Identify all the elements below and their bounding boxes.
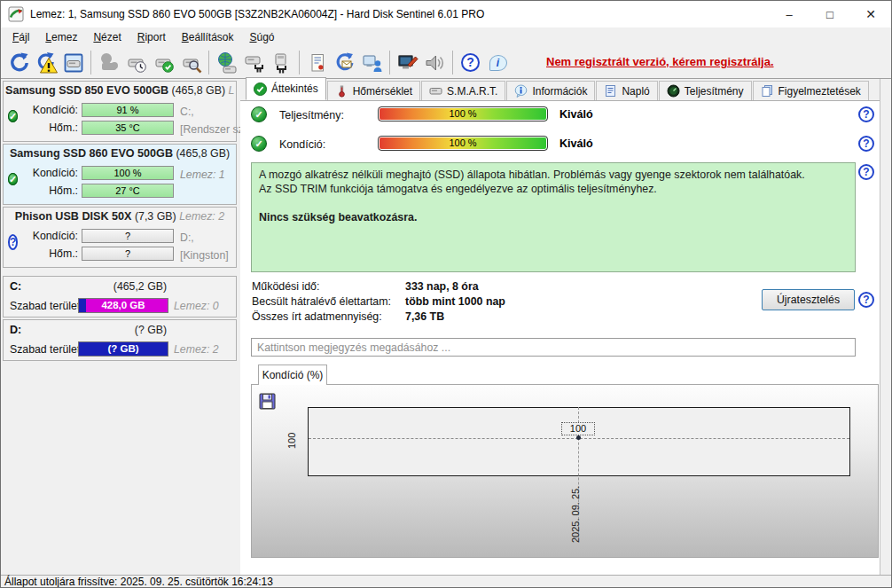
condition-label: Kondíció: <box>27 103 78 116</box>
disk-icon <box>429 84 442 98</box>
disk-extra: [Kingston] <box>180 249 229 262</box>
tab-warnings[interactable]: Figyelmeztetések <box>753 81 869 100</box>
condition-meter: ? <box>82 229 174 243</box>
toolbar-separator <box>452 51 453 74</box>
data-point <box>576 435 581 440</box>
window-title: Lemez: 1, Samsung SSD 860 EVO 500GB [S3Z… <box>30 8 484 20</box>
tab-smart[interactable]: S.M.A.R.T. <box>421 81 505 100</box>
maximize-button[interactable]: □ <box>810 1 850 27</box>
temperature-meter: ? <box>82 247 174 261</box>
partition-item-c[interactable]: C: (465,2 GB) Szabad terület 428,0 GB Le… <box>3 276 237 318</box>
pages-icon <box>761 84 774 98</box>
network-disk-icon[interactable] <box>213 50 240 76</box>
disk-item-0[interactable]: Samsung SSD 850 EVO 500GB (465,8 GB) Le … <box>3 81 237 142</box>
disk-number: Lemez: 1 <box>180 169 225 181</box>
menu-settings[interactable]: Beállítások <box>174 28 242 46</box>
condition-meter: 100 % <box>82 166 174 180</box>
disk-test-ok-icon[interactable] <box>150 50 177 76</box>
help-icon[interactable]: ? <box>858 106 874 122</box>
status-action-line: Nincs szükség beavatkozásra. <box>259 210 848 224</box>
refresh-alert-icon[interactable] <box>32 50 59 76</box>
registration-link[interactable]: Nem regisztrált verzió, kérem regisztrál… <box>546 55 774 68</box>
toolbar-separator <box>208 51 209 74</box>
minimize-button[interactable]: – <box>769 1 810 27</box>
free-space-bar: 428,0 GB <box>78 298 168 313</box>
document-icon <box>604 84 617 98</box>
status-unknown-icon: ? <box>8 233 18 249</box>
gauge-icon <box>667 84 680 98</box>
disk-connect-icon[interactable] <box>240 50 268 76</box>
disk-item-2[interactable]: Phison USB DISK 50X (7,3 GB) Lemez: 2 ? … <box>3 207 237 268</box>
report-icon[interactable] <box>303 50 331 76</box>
partition-letter: D: <box>10 324 21 336</box>
tab-temperature[interactable]: Hőmérséklet <box>327 81 420 100</box>
tab-overview[interactable]: Áttekintés <box>246 77 326 100</box>
disk-item-1-selected[interactable]: Samsung SSD 860 EVO 500GB (465,8 GB) ✓ K… <box>3 144 237 205</box>
send-report-icon[interactable] <box>331 50 358 76</box>
disk-usb-icon[interactable] <box>268 50 295 76</box>
condition-ok-icon: ✓ <box>251 136 267 152</box>
y-axis-tick: 100 <box>286 426 297 449</box>
free-space-label: Szabad terület <box>10 300 80 312</box>
condition-gauge: 100 % <box>378 136 548 151</box>
chart-plot-area <box>308 407 850 476</box>
drive-letters: D:, <box>180 231 194 244</box>
menu-file[interactable]: Fájl <box>4 28 37 46</box>
partition-item-d[interactable]: D: (? GB) Szabad terület (? GB) Lemez: 2 <box>3 319 237 361</box>
window-controls: – □ ✕ <box>769 1 891 27</box>
thermometer-icon <box>335 84 348 98</box>
temperature-meter: 27 °C <box>82 184 174 198</box>
condition-label: Kondíció: <box>27 166 78 179</box>
info-icon[interactable]: i <box>484 50 512 76</box>
partition-letter: C: <box>10 280 21 293</box>
tab-information[interactable]: Információk <box>506 81 595 100</box>
menu-bar: Fájl Lemez Nézet Riport Beállítások Súgó <box>1 27 891 47</box>
close-button[interactable]: ✕ <box>850 1 891 27</box>
chart-tab-condition[interactable]: Kondíció (%) <box>258 365 327 385</box>
disk-window-icon[interactable] <box>59 50 87 76</box>
remote-monitor-icon[interactable] <box>358 50 386 76</box>
refresh-icon[interactable] <box>4 50 32 76</box>
temperature-label: Hőm.: <box>27 247 78 260</box>
disk-title: Phison USB DISK 50X (7,3 GB) Lemez: 2 <box>5 210 234 223</box>
status-bar: Állapot utoljára frissítve: 2025. 09. 25… <box>1 575 891 588</box>
app-logo-icon <box>8 6 24 22</box>
save-chart-icon[interactable] <box>257 391 277 411</box>
help-icon[interactable]: ? <box>858 292 874 308</box>
hard-disk-sentinel-window: Lemez: 1, Samsung SSD 860 EVO 500GB [S3Z… <box>0 0 892 588</box>
temperature-meter: 35 °C <box>82 121 174 135</box>
monitor-config-icon[interactable] <box>394 50 421 76</box>
menu-report[interactable]: Riport <box>129 28 174 46</box>
tab-performance[interactable]: Teljesítmény <box>659 81 752 100</box>
condition-history-chart: 100 100 2025. 09. 25. <box>251 384 879 558</box>
disk-search-icon[interactable] <box>177 50 205 76</box>
partition-disk-number: Lemez: 0 <box>174 300 219 312</box>
stat-row: Becsült hátralévő élettartam:több mint 1… <box>252 295 505 308</box>
toolbar: ? i Nem regisztrált verzió, kérem regisz… <box>1 47 891 79</box>
performance-ok-icon: ✓ <box>251 106 267 122</box>
sound-icon[interactable] <box>421 50 449 76</box>
status-ok-icon: ✓ <box>8 107 18 123</box>
comment-input[interactable] <box>251 338 856 357</box>
stat-row: Működési idő:333 nap, 8 óra <box>252 280 479 293</box>
menu-disk[interactable]: Lemez <box>37 28 85 46</box>
disk-clock-icon[interactable] <box>122 50 150 76</box>
help-icon[interactable]: ? <box>858 164 874 180</box>
check-circle-icon <box>254 82 267 96</box>
data-point-label: 100 <box>561 422 595 435</box>
help-icon[interactable]: ? <box>457 50 484 76</box>
info-icon <box>514 84 528 98</box>
disk-title: Samsung SSD 850 EVO 500GB (465,8 GB) Le <box>5 84 234 97</box>
toolbar-separator <box>299 51 300 74</box>
x-axis-tick: 2025. 09. 25. <box>570 477 581 543</box>
health-status-text: A mozgó alkatrész nélküli meghajtó (SSD)… <box>251 162 856 272</box>
menu-help[interactable]: Súgó <box>241 28 282 46</box>
menu-view[interactable]: Nézet <box>85 28 129 46</box>
partition-size: (? GB) <box>135 324 167 336</box>
help-icon[interactable]: ? <box>858 136 874 152</box>
condition-label: Kondíció: <box>27 229 78 242</box>
tab-log[interactable]: Napló <box>596 81 657 100</box>
disk-extra: [Rendszer szá <box>180 123 250 136</box>
retest-button[interactable]: Újratesztelés <box>762 289 855 310</box>
disk-title: Samsung SSD 860 EVO 500GB (465,8 GB) <box>5 147 234 160</box>
